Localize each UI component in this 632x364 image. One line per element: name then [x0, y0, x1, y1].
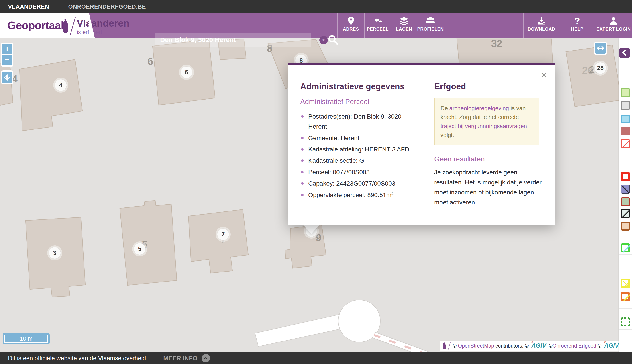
legend-blue-area-icon[interactable] — [621, 114, 630, 124]
expand-control — [594, 42, 607, 55]
nav-item-lagen[interactable]: LAGEN — [391, 13, 417, 38]
map-attribution: © OpenStreetMap contributors. © AGIV ©On… — [440, 340, 632, 351]
brand-divider — [70, 17, 76, 35]
parcel-attribute: Kadastrale sectie: G — [308, 156, 419, 166]
nav-item-label: ADRES — [343, 26, 359, 32]
nav-item-label: LAGEN — [396, 26, 412, 32]
nav-item-profielen[interactable]: PROFIELEN — [417, 13, 444, 38]
parcel-info-popup: ✕ Administratieve gegevens Administratie… — [288, 63, 554, 225]
notice-link[interactable]: traject bij vergunnningsaanvragen — [440, 123, 527, 130]
nav-item-adres[interactable]: ADRES — [337, 13, 364, 38]
legend-divider — [619, 329, 632, 330]
legend-red-outline-icon[interactable] — [621, 172, 630, 181]
map-marker-4[interactable]: 4 — [55, 79, 67, 91]
legend-green-area-icon[interactable] — [621, 88, 630, 97]
search-input[interactable] — [155, 33, 311, 47]
legend-rose-solid-icon[interactable] — [621, 126, 630, 136]
legend-divider — [619, 254, 632, 255]
map-marker-3[interactable]: 3 — [49, 247, 61, 259]
legend-mint-black-diagonal-icon[interactable] — [621, 209, 630, 218]
map-marker-28[interactable]: 28 — [594, 62, 606, 74]
map-marker-5[interactable]: 5 — [134, 243, 146, 255]
close-icon[interactable]: ✕ — [541, 71, 547, 80]
zoom-out-button[interactable]: − — [2, 54, 12, 65]
house-number-32: 32 — [491, 38, 502, 50]
nav-item-perceel[interactable]: PERCEEL — [364, 13, 391, 38]
topbar-divider — [58, 2, 59, 11]
legend-divider — [619, 158, 632, 158]
popup-title-administratief: Administratieve gegevens — [300, 82, 424, 91]
legend-slate-diagonal-icon[interactable] — [621, 185, 630, 194]
legend-yellow-cross-icon[interactable] — [621, 279, 630, 288]
popup-title-erfgoed: Erfgoed — [434, 82, 545, 91]
parcel-attribute: Kadastrale afdeling: HERENT 3 AFD — [308, 144, 419, 154]
geolocate-control — [1, 70, 13, 84]
footer-divider — [155, 355, 155, 362]
no-results-body: Je zoekopdracht leverde geen resultaten.… — [434, 168, 545, 207]
nav-divider — [444, 13, 444, 38]
nav-item-label: DOWNLOAD — [528, 26, 555, 32]
brand-title: Vlaanderen — [77, 18, 129, 28]
legend-divider — [619, 308, 632, 308]
agiv-logo[interactable]: AGIV — [604, 342, 619, 349]
map-marker-6[interactable]: 6 — [180, 66, 192, 78]
attribution-divider — [448, 342, 451, 349]
geolocate-button[interactable] — [2, 72, 12, 83]
question-icon: ? — [574, 16, 580, 26]
popup-pointer — [303, 224, 320, 234]
download-icon — [537, 16, 546, 26]
top-government-bar: VLAANDEREN ONROERENDERFGOED.BE — [0, 0, 632, 13]
legend-sage-red-border-icon[interactable] — [621, 197, 630, 206]
vlaanderen-lion-icon — [441, 341, 447, 350]
attribution-link[interactable]: Onroerend Erfgoed — [552, 343, 596, 349]
house-number-6: 6 — [148, 55, 153, 67]
legend-red-diagonal-icon[interactable] — [621, 139, 630, 148]
zoom-in-button[interactable]: + — [2, 44, 12, 54]
parcel-icon — [373, 16, 382, 26]
legend-divider — [619, 64, 632, 64]
nav-item-label: EXPERT LOGIN — [596, 26, 631, 32]
diagonal-pattern — [621, 210, 630, 218]
scale-bar: 10 m — [3, 333, 50, 344]
parcel-attribute: Gemeente: Herent — [308, 133, 419, 143]
expand-map-button[interactable] — [595, 43, 606, 54]
clear-search-button[interactable]: ✕ — [319, 36, 328, 44]
nav-item-help[interactable]: ?HELP — [559, 13, 595, 38]
agiv-logo[interactable]: AGIV — [531, 342, 546, 349]
no-results-title: Geen resultaten — [434, 155, 545, 163]
vlaanderen-lion-icon — [60, 17, 70, 34]
meer-info-toggle[interactable] — [202, 354, 210, 362]
topbar-link-vlaanderen[interactable]: VLAANDEREN — [8, 3, 49, 10]
nav-item-label: PROFIELEN — [417, 26, 444, 32]
parcel-attribute: Perceel: 0077/00S003 — [308, 167, 419, 177]
parcel-attribute: Capakey: 24423G0077/00S003 — [308, 178, 419, 188]
legend-orange-yellow-diagonal-icon[interactable] — [621, 292, 630, 301]
collapse-sidebar-button[interactable] — [619, 48, 630, 58]
nav-item-expert-login[interactable]: EXPERT LOGIN — [595, 13, 632, 38]
horizontal-arrows-icon — [596, 44, 605, 52]
legend-green-dashed-icon[interactable] — [621, 318, 630, 326]
chevron-up-icon — [203, 356, 208, 361]
notice-link[interactable]: archeologieregelgeving — [449, 105, 509, 112]
brand-area: Geoportaal Vlaanderen is erfgoed — [0, 13, 89, 38]
nav-item-label: HELP — [571, 26, 583, 32]
parcel-attribute: Oppervlakte perceel: 890.51m2 — [308, 190, 419, 200]
diagonal-pattern — [622, 280, 631, 289]
legend-divider — [619, 234, 632, 235]
layers-icon — [399, 16, 409, 26]
diagonal-pattern — [622, 244, 631, 254]
attribution-link[interactable]: OpenStreetMap — [458, 343, 494, 349]
nav-item-download[interactable]: DOWNLOAD — [523, 13, 559, 38]
erfgoed-column: Erfgoed De archeologieregelgeving is van… — [434, 82, 545, 207]
user-icon — [609, 16, 618, 26]
legend-gray-area-icon[interactable] — [621, 101, 630, 110]
topbar-link-onroerenderfgoed[interactable]: ONROERENDERFGOED.BE — [68, 3, 146, 10]
scale-label: 10 m — [3, 335, 50, 342]
chevron-left-icon — [621, 49, 628, 56]
legend-peach-brown-icon[interactable] — [621, 222, 630, 230]
meer-info-button[interactable]: MEER INFO — [163, 355, 198, 362]
legend-green-blue-diagonal-icon[interactable] — [621, 244, 630, 252]
legend-sidebar — [619, 38, 632, 352]
official-website-text: Dit is een officiële website van de Vlaa… — [8, 355, 146, 362]
map-marker-7[interactable]: 7 — [217, 228, 229, 240]
